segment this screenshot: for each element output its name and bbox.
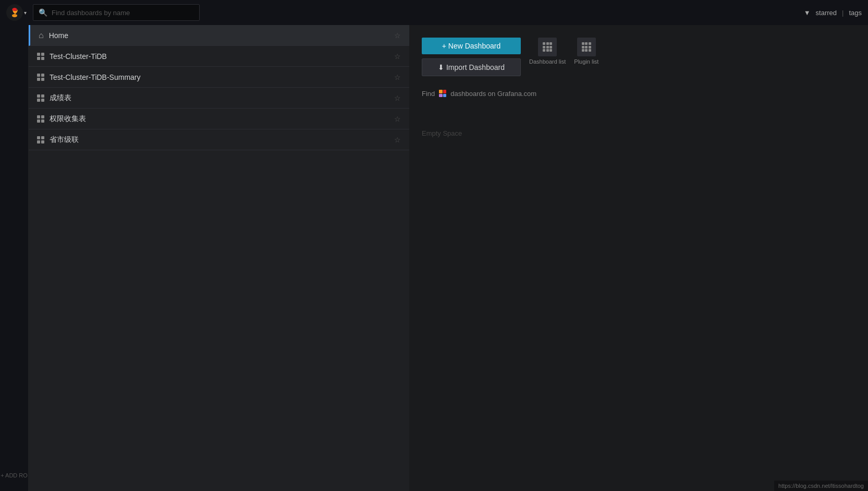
- filter-icon: ▼: [804, 9, 811, 17]
- main-content: + ADD RO ⌂ Home ☆ Test-Cluster-TiDB ☆ Te…: [0, 25, 868, 491]
- nav-separator: |: [842, 9, 843, 17]
- logo-dropdown-chevron[interactable]: ▾: [24, 10, 27, 16]
- dashboard-item-shengshijilian[interactable]: 省市级联 ☆: [29, 129, 409, 150]
- dashboard-item-shengshijilian-star[interactable]: ☆: [394, 136, 401, 144]
- import-dashboard-button[interactable]: ⬇ Import Dashboard: [422, 58, 521, 76]
- sidebar-icons: + ADD RO: [0, 25, 29, 491]
- url-text: https://blog.csdn.net/ltissohardtog: [778, 483, 864, 489]
- icon-links-row: Dashboard list Plugin list: [529, 38, 598, 65]
- dashboard-item-test-cluster-tidb-summary-label: Test-Cluster-TiDB-Summary: [50, 73, 394, 81]
- right-panel-buttons: + New Dashboard ⬇ Import Dashboard: [422, 38, 521, 76]
- grafana-logo-icon: [6, 4, 23, 21]
- dashboard-grid-icon-5: [37, 136, 44, 143]
- dashboard-item-shengshijilian-label: 省市级联: [50, 135, 394, 145]
- find-dashboards-link[interactable]: Find dashboards on Grafana.com: [422, 89, 855, 98]
- dashboard-grid-icon-2: [37, 74, 44, 81]
- dashboard-item-test-cluster-tidb-label: Test-Cluster-TiDB: [50, 52, 394, 61]
- plugin-list-label: Plugin list: [574, 58, 598, 65]
- empty-space-label: Empty Space: [422, 129, 855, 137]
- add-row-label: + ADD RO: [1, 472, 28, 478]
- dashboard-item-chengjibiao-star[interactable]: ☆: [394, 94, 401, 102]
- plugin-list-icon: [577, 38, 596, 56]
- dashboard-item-test-cluster-tidb-star[interactable]: ☆: [394, 52, 401, 61]
- dashboard-list-panel: ⌂ Home ☆ Test-Cluster-TiDB ☆ Test-Cluste…: [29, 25, 409, 491]
- dashboard-item-quanxianshouji-star[interactable]: ☆: [394, 115, 401, 123]
- find-dashboards-suffix: dashboards on Grafana.com: [450, 90, 536, 98]
- dashboard-item-chengjibiao-label: 成绩表: [50, 93, 394, 103]
- right-panel: + New Dashboard ⬇ Import Dashboard Dashb…: [409, 25, 868, 491]
- url-bar: https://blog.csdn.net/ltissohardtog: [774, 481, 868, 491]
- topnav: ▾ 🔍 Find dashboards by name ▼ starred | …: [0, 0, 868, 25]
- dashboard-item-test-cluster-tidb[interactable]: Test-Cluster-TiDB ☆: [29, 46, 409, 67]
- dashboard-item-test-cluster-tidb-summary[interactable]: Test-Cluster-TiDB-Summary ☆: [29, 67, 409, 88]
- tags-filter-link[interactable]: tags: [849, 9, 862, 17]
- dashboard-item-home-star[interactable]: ☆: [394, 31, 401, 40]
- right-panel-actions: + New Dashboard ⬇ Import Dashboard Dashb…: [422, 38, 855, 76]
- dashboard-item-test-cluster-tidb-summary-star[interactable]: ☆: [394, 73, 401, 81]
- home-icon: ⌂: [39, 31, 44, 40]
- logo-area[interactable]: ▾: [6, 4, 27, 21]
- dashboard-grid-icon-4: [37, 115, 44, 123]
- dashboard-list-icon: [538, 38, 557, 56]
- search-bar[interactable]: 🔍 Find dashboards by name: [33, 4, 200, 21]
- dashboard-item-quanxianshouji[interactable]: 权限收集表 ☆: [29, 109, 409, 129]
- new-dashboard-button[interactable]: + New Dashboard: [422, 38, 521, 54]
- dashboard-grid-icon-1: [37, 53, 44, 60]
- dashboard-grid-icon-3: [37, 94, 44, 102]
- plugin-list-link[interactable]: Plugin list: [574, 38, 598, 65]
- search-icon: 🔍: [39, 8, 47, 17]
- dashboard-item-quanxianshouji-label: 权限收集表: [50, 114, 394, 124]
- dashboard-list-label: Dashboard list: [529, 58, 566, 65]
- dashboard-list-link[interactable]: Dashboard list: [529, 38, 566, 65]
- starred-filter-link[interactable]: starred: [816, 9, 837, 17]
- dashboard-item-home-label: Home: [49, 31, 394, 40]
- find-text: Find: [422, 90, 435, 98]
- add-row-button[interactable]: + ADD RO: [0, 472, 28, 478]
- dashboard-item-home[interactable]: ⌂ Home ☆: [29, 25, 409, 46]
- nav-right: ▼ starred | tags: [804, 9, 862, 17]
- search-placeholder: Find dashboards by name: [52, 9, 130, 17]
- grafana-small-logo: [438, 89, 447, 98]
- dashboard-item-chengjibiao[interactable]: 成绩表 ☆: [29, 88, 409, 109]
